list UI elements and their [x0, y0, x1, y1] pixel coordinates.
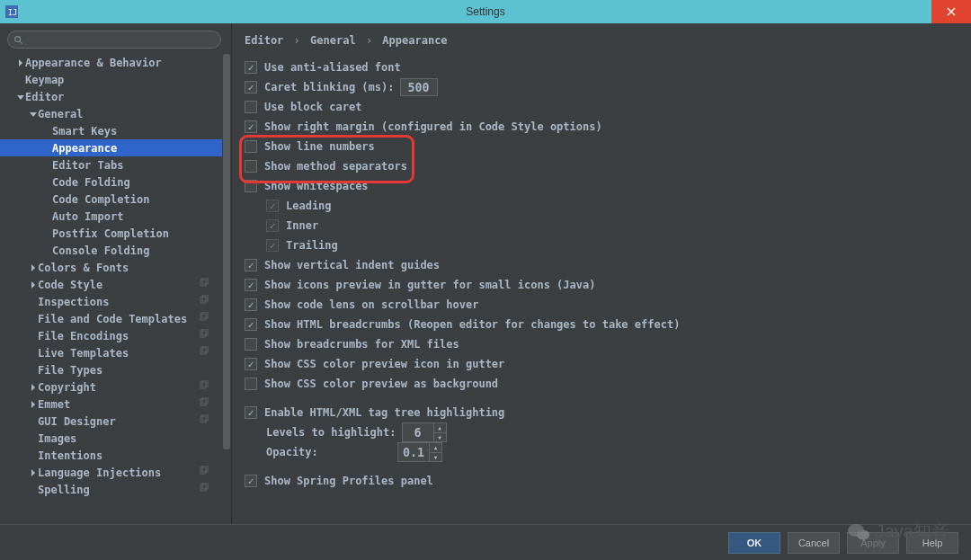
- checkbox[interactable]: [245, 298, 257, 311]
- checkbox[interactable]: [245, 338, 257, 351]
- tree-item[interactable]: Console Folding: [0, 242, 231, 259]
- opt-xml-breadcrumbs[interactable]: Show breadcrumbs for XML files: [245, 334, 958, 354]
- per-project-icon: [199, 346, 209, 360]
- opt-caret-blinking[interactable]: Caret blinking (ms):: [245, 77, 958, 97]
- svg-rect-13: [202, 346, 208, 352]
- opt-icons-preview[interactable]: Show icons preview in gutter for small i…: [245, 275, 958, 295]
- sidebar-scrollbar[interactable]: [222, 54, 231, 524]
- opt-ws-leading[interactable]: Leading: [245, 196, 958, 216]
- settings-tree[interactable]: Appearance & BehaviorKeymapEditorGeneral…: [0, 54, 231, 524]
- tree-item-label: File Types: [38, 364, 102, 377]
- opt-spring-profiles[interactable]: Show Spring Profiles panel: [245, 471, 958, 491]
- tree-item[interactable]: File and Code Templates: [0, 310, 231, 327]
- ok-button[interactable]: OK: [728, 532, 780, 554]
- chevron-down-icon[interactable]: [16, 93, 25, 101]
- tree-item[interactable]: Images: [0, 430, 231, 447]
- checkbox[interactable]: [245, 101, 257, 113]
- checkbox[interactable]: [245, 279, 257, 291]
- tree-item[interactable]: Code Folding: [0, 173, 231, 191]
- tree-item[interactable]: Smart Keys: [0, 122, 231, 139]
- chevron-down-icon[interactable]: [29, 111, 38, 118]
- checkbox[interactable]: [266, 219, 279, 232]
- opt-ws-inner[interactable]: Inner: [245, 216, 958, 236]
- opacity-spinner[interactable]: ▲▼: [397, 442, 442, 462]
- checkbox[interactable]: [245, 61, 257, 74]
- chevron-right-icon[interactable]: [29, 281, 38, 289]
- levels-value[interactable]: [402, 422, 434, 442]
- tree-item[interactable]: Inspections: [0, 293, 231, 310]
- chevron-right-icon[interactable]: [29, 384, 38, 391]
- opt-label: Inner: [286, 219, 318, 232]
- checkbox[interactable]: [245, 378, 257, 390]
- tree-item[interactable]: File Encodings: [0, 327, 231, 344]
- opt-label: Show HTML breadcrumbs (Reopen editor for…: [264, 318, 680, 331]
- tree-item[interactable]: Intentions: [0, 447, 231, 464]
- tree-item[interactable]: Editor Tabs: [0, 156, 231, 173]
- spinner-up-icon[interactable]: ▲: [434, 423, 446, 433]
- chevron-right-icon[interactable]: [29, 401, 38, 408]
- tree-item[interactable]: Colors & Fonts: [0, 259, 231, 276]
- opt-method-separators[interactable]: Show method separators: [245, 156, 958, 176]
- tree-item[interactable]: GUI Designer: [0, 413, 231, 430]
- opt-css-color-background[interactable]: Show CSS color preview as background: [245, 374, 958, 394]
- opt-block-caret[interactable]: Use block caret: [245, 97, 958, 117]
- tree-item[interactable]: Spelling: [0, 481, 231, 498]
- checkbox[interactable]: [266, 200, 279, 212]
- tree-item[interactable]: Live Templates: [0, 344, 231, 361]
- levels-spinner[interactable]: ▲▼: [402, 422, 447, 442]
- opt-indent-guides[interactable]: Show vertical indent guides: [245, 255, 958, 275]
- tree-item[interactable]: Emmet: [0, 396, 231, 413]
- checkbox[interactable]: [245, 259, 257, 271]
- checkbox[interactable]: [245, 358, 257, 370]
- search-wrap: [0, 23, 231, 54]
- chevron-right-icon[interactable]: [16, 59, 25, 67]
- opt-tag-tree-highlight[interactable]: Enable HTML/XML tag tree highlighting: [245, 403, 958, 422]
- opt-anti-aliased[interactable]: Use anti-aliased font: [245, 58, 958, 77]
- cancel-button[interactable]: Cancel: [788, 532, 840, 554]
- chevron-right-icon[interactable]: [29, 264, 38, 271]
- tree-item[interactable]: General: [0, 105, 231, 122]
- caret-blink-value[interactable]: [400, 78, 438, 96]
- tree-item[interactable]: Appearance: [0, 139, 231, 156]
- tree-item[interactable]: Appearance & Behavior: [0, 54, 231, 71]
- opt-line-numbers[interactable]: Show line numbers: [245, 137, 958, 156]
- spinner-down-icon[interactable]: ▼: [430, 453, 441, 462]
- checkbox[interactable]: [245, 180, 257, 192]
- checkbox[interactable]: [245, 81, 257, 93]
- search-input[interactable]: [7, 31, 221, 49]
- checkbox[interactable]: [245, 475, 257, 487]
- close-button[interactable]: [931, 0, 971, 23]
- tree-item[interactable]: Language Injections: [0, 464, 231, 481]
- opt-right-margin[interactable]: Show right margin (configured in Code St…: [245, 117, 958, 137]
- checkbox[interactable]: [245, 140, 257, 153]
- svg-rect-14: [200, 382, 206, 388]
- tree-item[interactable]: Copyright: [0, 378, 231, 396]
- opacity-value[interactable]: [397, 442, 430, 462]
- tree-item[interactable]: Code Completion: [0, 191, 231, 208]
- tree-item[interactable]: Keymap: [0, 71, 231, 88]
- opt-label: Show method separators: [264, 160, 407, 173]
- spinner-down-icon[interactable]: ▼: [434, 433, 446, 442]
- opt-css-color-icon[interactable]: Show CSS color preview icon in gutter: [245, 354, 958, 374]
- spinner-up-icon[interactable]: ▲: [430, 443, 441, 453]
- sidebar-scrollbar-thumb[interactable]: [223, 54, 230, 449]
- tree-item[interactable]: Auto Import: [0, 208, 231, 225]
- checkbox[interactable]: [266, 239, 279, 252]
- checkbox[interactable]: [245, 406, 257, 419]
- checkbox[interactable]: [245, 160, 257, 173]
- tree-item-label: File Encodings: [38, 330, 129, 342]
- tree-item[interactable]: Postfix Completion: [0, 225, 231, 242]
- opt-html-breadcrumbs[interactable]: Show HTML breadcrumbs (Reopen editor for…: [245, 315, 958, 334]
- copy-icon: [199, 278, 209, 289]
- chevron-right-icon[interactable]: [29, 469, 38, 476]
- tree-item-label: Code Style: [38, 279, 102, 291]
- opt-ws-trailing[interactable]: Trailing: [245, 236, 958, 255]
- checkbox[interactable]: [245, 318, 257, 331]
- checkbox[interactable]: [245, 120, 257, 133]
- tree-item[interactable]: Editor: [0, 88, 231, 105]
- opt-code-lens[interactable]: Show code lens on scrollbar hover: [245, 295, 958, 315]
- opt-whitespaces[interactable]: Show whitespaces: [245, 176, 958, 196]
- tree-item[interactable]: Code Style: [0, 276, 231, 293]
- copy-icon: [199, 483, 209, 493]
- tree-item[interactable]: File Types: [0, 361, 231, 378]
